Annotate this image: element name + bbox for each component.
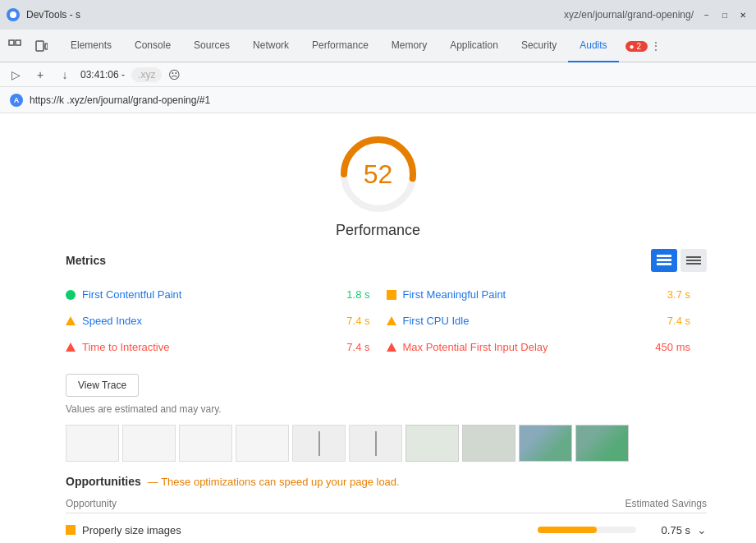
error-icon: ● [630,42,635,51]
metric-value: 7.4 s [346,341,386,353]
error-badge: ● 2 [625,41,648,52]
metric-time-to-interactive: Time to Interactive 7.4 s [66,334,387,361]
filmstrip-frame-5 [292,425,346,462]
metric-name: First Meaningful Paint [403,288,661,301]
address-url: https://k .xyz/en/journal/grand-opening/… [30,94,210,106]
metrics-view-buttons [651,249,707,272]
window-controls: − □ ✕ [700,8,749,21]
minimize-button[interactable]: − [700,8,713,21]
metric-name: Max Potential First Input Delay [403,341,649,353]
metric-value: 7.4 s [667,315,707,327]
svg-rect-11 [686,256,701,258]
toolbar-url: .xyz [131,67,162,82]
opportunities-section: Opportunities — These optimizations can … [0,475,756,543]
inspect-element-button[interactable] [3,35,26,58]
download-button[interactable]: ↓ [56,66,74,84]
table-view-button[interactable] [651,249,677,272]
col-savings: Estimated Savings [608,498,707,509]
main-content: 52 Performance Metrics First Contentful … [0,113,756,543]
opportunity-name: Properly size images [82,524,531,536]
reload-button[interactable]: ▷ [7,66,25,84]
filmstrip [66,425,707,462]
opportunities-title: Opportunities [66,475,141,488]
svg-rect-12 [686,260,701,261]
metric-icon-triangle-red2 [387,343,396,352]
opportunity-icon [66,525,76,535]
svg-rect-13 [686,263,701,265]
savings-bar [538,527,597,533]
tab-performance[interactable]: Performance [300,30,380,62]
filmstrip-frame-4 [236,425,289,462]
close-button[interactable]: ✕ [736,8,749,21]
svg-point-1 [10,12,16,18]
metric-icon-triangle-orange [66,316,76,325]
nav-icons [3,35,53,58]
metric-name: First Contentful Paint [82,288,340,301]
metric-speed-index: Speed Index 7.4 s [66,308,387,334]
address-bar: A https://k .xyz/en/journal/grand-openin… [0,87,756,113]
tab-network[interactable]: Network [241,30,300,62]
opportunities-table-header: Opportunity Estimated Savings [66,495,707,513]
col-opportunity: Opportunity [66,498,608,509]
svg-rect-8 [657,255,671,257]
metric-value: 450 ms [655,341,707,353]
metrics-title: Metrics [66,254,106,267]
metric-icon-triangle-orange2 [387,316,396,325]
tab-title: DevTools - s [26,9,557,21]
tab-security[interactable]: Security [510,30,568,62]
score-circle: 52 [337,133,419,215]
tab-console[interactable]: Console [123,30,182,62]
add-button[interactable]: + [31,66,49,84]
tab-audits[interactable]: Audits [568,30,618,62]
metrics-header: Metrics [66,249,707,272]
score-number: 52 [364,159,393,190]
metric-name: First CPU Idle [403,315,661,327]
device-toolbar-button[interactable] [30,35,53,58]
metric-first-cpu-idle: First CPU Idle 7.4 s [387,308,708,334]
svg-rect-5 [45,44,48,49]
metric-value: 3.7 s [667,288,707,301]
filmstrip-frame-7 [405,425,459,462]
clear-button[interactable]: ☹ [168,68,181,81]
toolbar-time: 03:41:06 - [80,69,125,81]
values-note: Values are estimated and may vary. [66,403,756,415]
filmstrip-frame-8 [462,425,515,462]
metric-first-contentful-paint: First Contentful Paint 1.8 s [66,282,387,308]
svg-rect-2 [9,40,14,45]
site-favicon: A [10,94,23,107]
view-trace-button[interactable]: View Trace [66,374,139,397]
svg-rect-10 [657,263,671,265]
metric-icon-green [66,290,76,300]
svg-rect-9 [657,259,671,261]
metric-value: 1.8 s [346,288,386,301]
metric-icon-orange-square [387,290,396,300]
filmstrip-frame-6 [349,425,402,462]
metric-value: 7.4 s [346,315,386,327]
opportunity-row-properly-size-images[interactable]: Properly size images 0.75 s ⌄ [66,517,707,543]
filmstrip-frame-10 [575,425,629,462]
filmstrip-frame-9 [519,425,572,462]
svg-rect-3 [16,40,21,45]
more-tabs-button[interactable]: ● 2 ⋮ [622,37,664,55]
savings-bar-container [538,527,636,533]
metric-max-potential-fid: Max Potential First Input Delay 450 ms [387,334,708,361]
metric-icon-triangle-red [66,343,76,352]
expand-opportunity-button[interactable]: ⌄ [697,523,707,536]
filmstrip-frame-3 [179,425,232,462]
tab-sources[interactable]: Sources [182,30,241,62]
filmstrip-frame-2 [122,425,176,462]
devtools-nav: Elements Console Sources Network Perform… [0,30,756,62]
metrics-grid: First Contentful Paint 1.8 s First Meani… [66,282,707,361]
tab-application[interactable]: Application [438,30,510,62]
metric-name: Time to Interactive [82,341,340,353]
tab-memory[interactable]: Memory [380,30,438,62]
list-view-button[interactable] [680,249,707,272]
score-section: 52 Performance [0,113,756,249]
tab-favicon [7,8,20,21]
tab-elements[interactable]: Elements [59,30,123,62]
score-label: Performance [336,222,420,239]
tab-url: xyz/en/journal/grand-opening/ [564,9,694,21]
opportunities-header: Opportunities — These optimizations can … [66,475,707,488]
toolbar: ▷ + ↓ 03:41:06 - .xyz ☹ [0,62,756,87]
maximize-button[interactable]: □ [718,8,731,21]
